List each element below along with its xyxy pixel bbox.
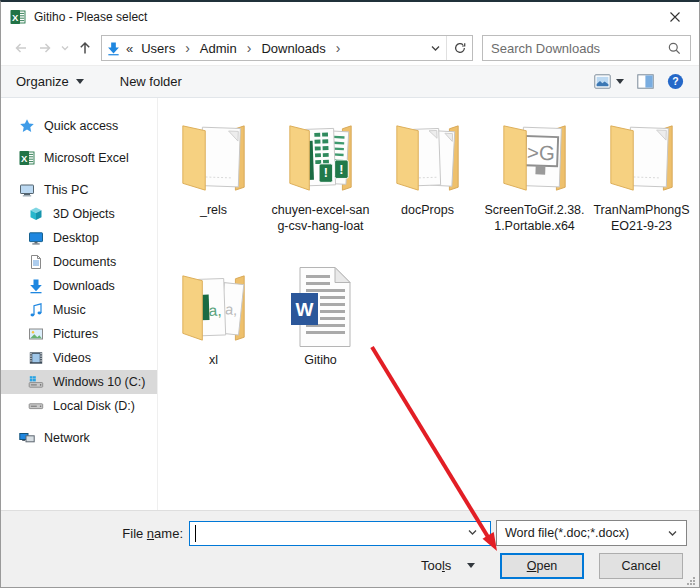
- star-icon: [19, 118, 35, 134]
- svg-text:>G: >G: [526, 140, 555, 164]
- tools-label: Tools: [421, 558, 451, 573]
- thumbnails-view-icon: [594, 74, 611, 89]
- breadcrumb-users[interactable]: Users: [135, 41, 181, 56]
- recent-locations-button[interactable]: [57, 36, 73, 60]
- breadcrumb-separator[interactable]: ›: [183, 40, 192, 56]
- forward-arrow-icon: [37, 40, 53, 56]
- change-view-button[interactable]: [594, 74, 624, 89]
- dialog-footer: File name: Word file(*.doc;*.docx) Tools…: [1, 510, 699, 588]
- excel-icon: X: [19, 150, 35, 166]
- sidebar-item-music[interactable]: Music: [1, 298, 157, 322]
- sidebar-item-windows10-c[interactable]: Windows 10 (C:): [1, 370, 157, 394]
- svg-text:W: W: [295, 299, 313, 320]
- chevron-down-icon: [60, 43, 70, 53]
- svg-text:a,: a,: [224, 301, 238, 318]
- tools-button[interactable]: Tools: [421, 558, 475, 573]
- sidebar-item-videos[interactable]: Videos: [1, 346, 157, 370]
- computer-icon: [19, 182, 35, 198]
- folder-icon: [391, 118, 465, 198]
- monitor-icon: [28, 230, 44, 246]
- svg-text:X: X: [21, 153, 28, 164]
- command-bar: Organize New folder: [1, 65, 699, 98]
- breadcrumb-separator[interactable]: ›: [245, 40, 254, 56]
- download-arrow-icon: [28, 278, 44, 294]
- file-item-gitiho[interactable]: W Gitiho: [267, 262, 374, 412]
- open-button[interactable]: Open: [500, 553, 584, 579]
- sidebar-item-local-disk-d[interactable]: Local Disk (D:): [1, 394, 157, 418]
- svg-text:!: !: [339, 163, 343, 177]
- new-folder-button[interactable]: New folder: [120, 74, 182, 89]
- file-type-select[interactable]: Word file(*.doc;*.docx): [496, 520, 687, 546]
- sidebar-item-documents[interactable]: Documents: [1, 250, 157, 274]
- file-item-xl[interactable]: a, a, xl: [160, 262, 267, 412]
- folder-excel-files-icon: ! !: [284, 118, 358, 198]
- up-arrow-icon: [77, 40, 93, 56]
- sidebar-item-quick-access[interactable]: Quick access: [1, 114, 157, 138]
- breadcrumb-collapse[interactable]: «: [124, 41, 133, 56]
- search-input[interactable]: [491, 41, 667, 56]
- organize-button[interactable]: Organize: [16, 74, 84, 89]
- file-name-dropdown-button[interactable]: [467, 526, 478, 541]
- file-label: xl: [209, 352, 218, 368]
- close-icon: [668, 10, 682, 24]
- file-item-chuyen-excel[interactable]: ! ! chuyen-excel-sang-csv-hang-loat: [267, 112, 374, 262]
- help-button[interactable]: ?: [667, 73, 684, 90]
- file-type-value: Word file(*.doc;*.docx): [505, 526, 667, 540]
- breadcrumb-admin[interactable]: Admin: [194, 41, 243, 56]
- sidebar-item-pictures[interactable]: Pictures: [1, 322, 157, 346]
- sidebar-item-microsoft-excel[interactable]: X Microsoft Excel: [1, 146, 157, 170]
- file-label: _rels: [200, 202, 227, 218]
- sidebar-item-desktop[interactable]: Desktop: [1, 226, 157, 250]
- refresh-icon: [453, 41, 467, 55]
- resize-grip[interactable]: [686, 576, 696, 586]
- file-label: ScreenToGif.2.38.1.Portable.x64: [483, 202, 586, 234]
- svg-text:!: !: [323, 166, 327, 180]
- film-icon: [28, 350, 44, 366]
- navigation-pane: Quick access X Microsoft Excel: [1, 98, 158, 510]
- excel-app-icon: X: [10, 9, 26, 25]
- address-dropdown-button[interactable]: [424, 36, 446, 60]
- cube-icon: [28, 206, 44, 222]
- drive-windows-icon: [28, 374, 44, 390]
- open-file-dialog: X Gitiho - Please select: [0, 0, 700, 588]
- address-bar[interactable]: « Users › Admin › Downloads ›: [101, 35, 473, 61]
- chevron-down-icon: [667, 528, 678, 539]
- breadcrumb-downloads[interactable]: Downloads: [255, 41, 331, 56]
- preview-pane-button[interactable]: [637, 74, 654, 89]
- file-item-trannamphong[interactable]: TranNamPhongSEO21-9-23: [588, 112, 695, 262]
- svg-text:a,: a,: [208, 302, 222, 319]
- drive-icon: [28, 398, 44, 414]
- close-button[interactable]: [660, 5, 690, 29]
- word-document-icon: W: [290, 266, 352, 348]
- search-icon[interactable]: [667, 41, 682, 56]
- file-name-input[interactable]: [189, 521, 491, 546]
- refresh-button[interactable]: [446, 36, 472, 60]
- title-bar: X Gitiho - Please select: [1, 2, 699, 31]
- folder-app-icon: >G: [498, 118, 572, 198]
- file-list: _rels: [158, 98, 699, 510]
- preview-pane-icon: [637, 74, 654, 89]
- back-button[interactable]: [9, 36, 33, 60]
- window-title: Gitiho - Please select: [34, 10, 147, 24]
- sidebar-item-downloads[interactable]: Downloads: [1, 274, 157, 298]
- folder-icon: [177, 118, 251, 198]
- file-item-rels[interactable]: _rels: [160, 112, 267, 262]
- up-button[interactable]: [73, 36, 97, 60]
- file-label: Gitiho: [304, 352, 337, 368]
- breadcrumb-separator[interactable]: ›: [334, 40, 343, 56]
- picture-icon: [28, 326, 44, 342]
- file-item-screentogif[interactable]: >G ScreenToGif.2.38.1.Portable.x64: [481, 112, 588, 262]
- sidebar-item-this-pc[interactable]: This PC: [1, 178, 157, 202]
- forward-button[interactable]: [33, 36, 57, 60]
- file-name-label: File name:: [91, 526, 183, 541]
- file-label: docProps: [401, 202, 454, 218]
- chevron-down-icon: [467, 527, 478, 538]
- chevron-down-icon: [430, 43, 441, 54]
- sidebar-item-3d-objects[interactable]: 3D Objects: [1, 202, 157, 226]
- file-item-docprops[interactable]: docProps: [374, 112, 481, 262]
- search-box[interactable]: [482, 35, 691, 61]
- music-note-icon: [28, 302, 44, 318]
- cancel-button[interactable]: Cancel: [599, 553, 683, 579]
- navigation-bar: « Users › Admin › Downloads ›: [1, 31, 699, 65]
- sidebar-item-network[interactable]: Network: [1, 426, 157, 450]
